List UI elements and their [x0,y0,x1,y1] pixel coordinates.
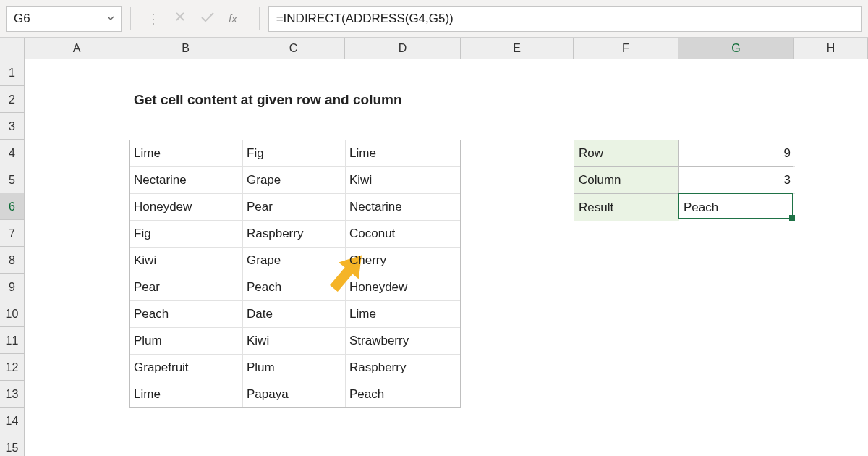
page-title: Get cell content at given row and column [129,86,574,113]
row-header-10[interactable]: 10 [0,300,25,327]
data-cell[interactable]: Fig [242,140,345,166]
data-cell[interactable]: Kiwi [242,327,345,354]
formula-text: =INDIRECT(ADDRESS(G4,G5)) [276,12,454,26]
formula-bar-icons: ⋮ fx [140,10,250,27]
row-header-7[interactable]: 7 [0,220,25,247]
data-cell[interactable]: Coconut [345,220,461,247]
data-cell[interactable]: Nectarine [345,193,461,220]
data-cell[interactable]: Plum [129,327,242,354]
data-cell[interactable]: Honeydew [345,274,461,300]
lookup-label: Result [574,194,679,221]
column-header-h[interactable]: H [794,38,868,59]
row-header-13[interactable]: 13 [0,381,25,408]
data-cell[interactable]: Lime [129,381,242,408]
data-cell[interactable]: Lime [345,140,461,166]
vertical-dots-icon[interactable]: ⋮ [147,11,161,27]
row-header-8[interactable]: 8 [0,247,25,274]
data-cell[interactable]: Pear [129,274,242,300]
data-cell[interactable]: Grape [242,166,345,193]
data-cell[interactable]: Grape [242,247,345,274]
cells-area[interactable]: Get cell content at given row and column… [25,59,868,456]
row-header-12[interactable]: 12 [0,354,25,381]
column-header-e[interactable]: E [461,38,574,59]
row-header-14[interactable]: 14 [0,408,25,434]
data-cell[interactable]: Pear [242,193,345,220]
data-cell[interactable]: Kiwi [345,166,461,193]
data-cell[interactable]: Plum [242,354,345,381]
column-header-d[interactable]: D [345,38,461,59]
data-cell[interactable]: Papaya [242,381,345,408]
lookup-label: Column [574,167,679,194]
data-cell[interactable]: Fig [129,220,242,247]
data-cell[interactable]: Peach [242,274,345,300]
row-header-9[interactable]: 9 [0,274,25,300]
data-cell[interactable]: Peach [345,381,461,408]
spreadsheet-grid[interactable]: ABCDEFGH 123456789101112131415 Get cell … [0,38,868,456]
lookup-panel: Row9Column3ResultPeach [574,140,794,220]
fx-icon[interactable]: fx [229,12,237,25]
enter-icon[interactable] [200,10,216,27]
lookup-value[interactable]: Peach [679,194,795,221]
data-cell[interactable]: Nectarine [129,166,242,193]
row-header-5[interactable]: 5 [0,166,25,193]
separator [259,7,260,30]
column-header-b[interactable]: B [129,38,242,59]
row-header-4[interactable]: 4 [0,140,25,166]
select-all-corner[interactable] [0,38,25,59]
data-cell[interactable]: Lime [129,140,242,166]
row-header-15[interactable]: 15 [0,434,25,456]
lookup-value[interactable]: 3 [679,167,795,194]
column-header-a[interactable]: A [25,38,129,59]
data-cell[interactable]: Grapefruit [129,354,242,381]
row-header-1[interactable]: 1 [0,59,25,86]
row-header-3[interactable]: 3 [0,113,25,140]
chevron-down-icon[interactable] [106,12,115,26]
column-header-c[interactable]: C [242,38,345,59]
data-cell[interactable]: Date [242,300,345,327]
data-cell[interactable]: Strawberry [345,327,461,354]
data-cell[interactable]: Lime [345,300,461,327]
formula-bar: G6 ⋮ fx =INDIRECT(ADDRESS(G4,G5)) [0,0,868,38]
data-cell[interactable]: Kiwi [129,247,242,274]
data-cell[interactable]: Peach [129,300,242,327]
formula-input[interactable]: =INDIRECT(ADDRESS(G4,G5)) [268,6,862,32]
data-cell[interactable]: Honeydew [129,193,242,220]
name-box-value: G6 [14,12,30,26]
column-header-f[interactable]: F [574,38,678,59]
data-cell[interactable]: Raspberry [345,354,461,381]
lookup-label: Row [574,140,679,167]
separator [130,7,131,30]
cancel-icon[interactable] [174,10,187,27]
row-header-2[interactable]: 2 [0,86,25,113]
row-header-6[interactable]: 6 [0,193,25,220]
row-header-11[interactable]: 11 [0,327,25,354]
data-cell[interactable]: Raspberry [242,220,345,247]
column-headers: ABCDEFGH [25,38,868,59]
data-cell[interactable]: Cherry [345,247,461,274]
lookup-value[interactable]: 9 [679,140,795,167]
name-box[interactable]: G6 [6,6,122,32]
column-header-g[interactable]: G [678,38,794,59]
row-headers: 123456789101112131415 [0,59,25,456]
